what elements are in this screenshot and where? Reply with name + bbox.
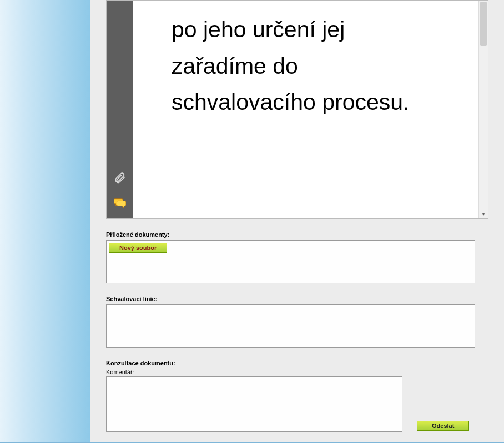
attachment-icon[interactable] [107,172,133,184]
approval-line-box [106,304,475,348]
document-viewer-sidebar [107,1,133,218]
main-content: po jeho určení jej zařadíme do schvalova… [90,0,504,442]
comment-textarea[interactable] [106,376,402,432]
consultation-section: Konzultace dokumentu: Komentář: Odeslat [106,360,488,432]
comment-icon[interactable] [107,197,133,208]
approval-line-section: Schvalovací linie: [106,296,488,348]
document-body-text: po jeho určení jej zařadíme do schvalova… [133,1,478,132]
document-page[interactable]: po jeho určení jej zařadíme do schvalova… [133,1,478,218]
comment-label: Komentář: [106,369,488,375]
left-nav-gradient [0,0,90,442]
document-scrollbar[interactable]: ▾ [478,1,488,218]
send-button-wrap: Odeslat [417,421,469,432]
attachments-section: Přiložené dokumenty: Nový soubor [106,231,488,283]
attachments-label: Přiložené dokumenty: [106,231,488,238]
new-file-button[interactable]: Nový soubor [109,243,167,253]
send-button[interactable]: Odeslat [417,421,469,431]
comment-row: Odeslat [106,376,488,432]
consultation-label: Konzultace dokumentu: [106,360,488,366]
app-frame: po jeho určení jej zařadíme do schvalova… [0,0,504,443]
document-viewer: po jeho určení jej zařadíme do schvalova… [106,0,488,219]
scrollbar-down-arrow[interactable]: ▾ [479,210,488,218]
approval-line-label: Schvalovací linie: [106,296,488,302]
scrollbar-thumb[interactable] [480,2,487,46]
attachments-box: Nový soubor [106,240,475,283]
